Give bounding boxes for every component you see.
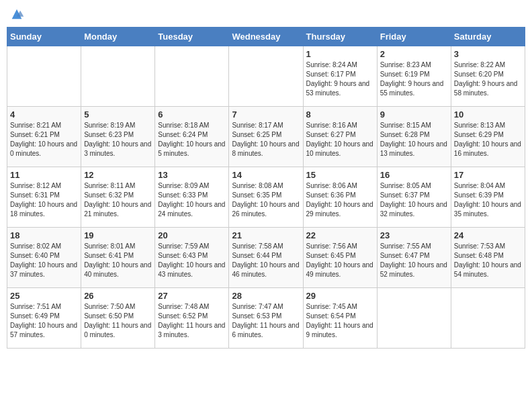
day-number: 10 (454, 109, 522, 120)
day-info: Sunrise: 8:12 AM Sunset: 6:31 PM Dayligh… (10, 181, 78, 219)
day-info: Sunrise: 8:05 AM Sunset: 6:37 PM Dayligh… (380, 181, 448, 219)
day-info: Sunrise: 8:15 AM Sunset: 6:28 PM Dayligh… (380, 121, 448, 158)
calendar-cell (377, 288, 451, 349)
calendar-cell: 13Sunrise: 8:09 AM Sunset: 6:33 PM Dayli… (155, 167, 229, 228)
logo-icon (9, 7, 24, 21)
day-info: Sunrise: 8:22 AM Sunset: 6:20 PM Dayligh… (454, 60, 522, 98)
calendar-cell: 14Sunrise: 8:08 AM Sunset: 6:35 PM Dayli… (229, 167, 303, 228)
day-info: Sunrise: 8:02 AM Sunset: 6:40 PM Dayligh… (10, 242, 78, 279)
calendar-cell (81, 46, 155, 107)
weekday-header-friday: Friday (377, 28, 451, 46)
calendar-cell: 15Sunrise: 8:06 AM Sunset: 6:36 PM Dayli… (303, 167, 377, 228)
calendar-cell (7, 46, 81, 107)
calendar-cell: 6Sunrise: 8:18 AM Sunset: 6:24 PM Daylig… (155, 107, 229, 167)
day-number: 24 (454, 230, 522, 240)
day-info: Sunrise: 8:06 AM Sunset: 6:36 PM Dayligh… (306, 181, 374, 219)
day-number: 1 (306, 49, 374, 59)
day-number: 13 (158, 170, 226, 180)
calendar-cell: 16Sunrise: 8:05 AM Sunset: 6:37 PM Dayli… (377, 167, 451, 228)
week-row-2: 4Sunrise: 8:21 AM Sunset: 6:21 PM Daylig… (7, 107, 525, 167)
day-info: Sunrise: 7:58 AM Sunset: 6:44 PM Dayligh… (232, 242, 300, 279)
calendar-cell: 12Sunrise: 8:11 AM Sunset: 6:32 PM Dayli… (81, 167, 155, 228)
calendar-cell: 1Sunrise: 8:24 AM Sunset: 6:17 PM Daylig… (303, 46, 377, 107)
day-number: 20 (158, 230, 226, 240)
calendar-cell: 3Sunrise: 8:22 AM Sunset: 6:20 PM Daylig… (451, 46, 525, 107)
day-info: Sunrise: 8:16 AM Sunset: 6:27 PM Dayligh… (306, 121, 374, 158)
day-number: 29 (306, 291, 374, 301)
day-number: 7 (232, 109, 300, 120)
calendar-cell: 28Sunrise: 7:47 AM Sunset: 6:53 PM Dayli… (229, 288, 303, 349)
calendar-cell: 29Sunrise: 7:45 AM Sunset: 6:54 PM Dayli… (303, 288, 377, 349)
day-number: 23 (380, 230, 448, 240)
day-number: 26 (84, 291, 152, 301)
calendar-cell: 10Sunrise: 8:13 AM Sunset: 6:29 PM Dayli… (451, 107, 525, 167)
day-info: Sunrise: 8:11 AM Sunset: 6:32 PM Dayligh… (84, 181, 152, 219)
day-number: 15 (306, 170, 374, 180)
day-number: 11 (10, 170, 78, 180)
week-row-5: 25Sunrise: 7:51 AM Sunset: 6:49 PM Dayli… (7, 288, 525, 349)
day-info: Sunrise: 7:53 AM Sunset: 6:48 PM Dayligh… (454, 242, 522, 279)
calendar-cell: 24Sunrise: 7:53 AM Sunset: 6:48 PM Dayli… (451, 228, 525, 288)
calendar-cell: 8Sunrise: 8:16 AM Sunset: 6:27 PM Daylig… (303, 107, 377, 167)
day-info: Sunrise: 8:13 AM Sunset: 6:29 PM Dayligh… (454, 121, 522, 158)
day-info: Sunrise: 7:47 AM Sunset: 6:53 PM Dayligh… (232, 302, 300, 340)
calendar-cell: 27Sunrise: 7:48 AM Sunset: 6:52 PM Dayli… (155, 288, 229, 349)
day-info: Sunrise: 7:45 AM Sunset: 6:54 PM Dayligh… (306, 302, 374, 340)
day-info: Sunrise: 8:21 AM Sunset: 6:21 PM Dayligh… (10, 121, 78, 158)
day-info: Sunrise: 7:56 AM Sunset: 6:45 PM Dayligh… (306, 242, 374, 279)
calendar-table: SundayMondayTuesdayWednesdayThursdayFrid… (7, 27, 525, 349)
day-info: Sunrise: 8:01 AM Sunset: 6:41 PM Dayligh… (84, 242, 152, 279)
calendar-cell: 9Sunrise: 8:15 AM Sunset: 6:28 PM Daylig… (377, 107, 451, 167)
day-number: 25 (10, 291, 78, 301)
weekday-header-row: SundayMondayTuesdayWednesdayThursdayFrid… (7, 28, 525, 46)
day-info: Sunrise: 7:48 AM Sunset: 6:52 PM Dayligh… (158, 302, 226, 340)
weekday-header-tuesday: Tuesday (155, 28, 229, 46)
calendar-cell: 2Sunrise: 8:23 AM Sunset: 6:19 PM Daylig… (377, 46, 451, 107)
day-info: Sunrise: 8:23 AM Sunset: 6:19 PM Dayligh… (380, 60, 448, 98)
weekday-header-sunday: Sunday (7, 28, 81, 46)
calendar-cell: 21Sunrise: 7:58 AM Sunset: 6:44 PM Dayli… (229, 228, 303, 288)
calendar-cell: 22Sunrise: 7:56 AM Sunset: 6:45 PM Dayli… (303, 228, 377, 288)
weekday-header-wednesday: Wednesday (229, 28, 303, 46)
day-number: 18 (10, 230, 78, 240)
calendar-cell (451, 288, 525, 349)
calendar-cell: 17Sunrise: 8:04 AM Sunset: 6:39 PM Dayli… (451, 167, 525, 228)
day-info: Sunrise: 8:09 AM Sunset: 6:33 PM Dayligh… (158, 181, 226, 219)
day-number: 5 (84, 109, 152, 120)
day-info: Sunrise: 8:18 AM Sunset: 6:24 PM Dayligh… (158, 121, 226, 158)
day-info: Sunrise: 7:50 AM Sunset: 6:50 PM Dayligh… (84, 302, 152, 340)
day-number: 14 (232, 170, 300, 180)
day-info: Sunrise: 8:08 AM Sunset: 6:35 PM Dayligh… (232, 181, 300, 219)
calendar-cell: 19Sunrise: 8:01 AM Sunset: 6:41 PM Dayli… (81, 228, 155, 288)
calendar-cell: 11Sunrise: 8:12 AM Sunset: 6:31 PM Dayli… (7, 167, 81, 228)
weekday-header-saturday: Saturday (451, 28, 525, 46)
weekday-header-thursday: Thursday (303, 28, 377, 46)
calendar-cell: 25Sunrise: 7:51 AM Sunset: 6:49 PM Dayli… (7, 288, 81, 349)
calendar-header: SundayMondayTuesdayWednesdayThursdayFrid… (7, 28, 525, 46)
day-number: 19 (84, 230, 152, 240)
day-info: Sunrise: 7:59 AM Sunset: 6:43 PM Dayligh… (158, 242, 226, 279)
day-number: 17 (454, 170, 522, 180)
logo (7, 7, 24, 21)
day-info: Sunrise: 8:17 AM Sunset: 6:25 PM Dayligh… (232, 121, 300, 158)
day-number: 2 (380, 49, 448, 59)
day-number: 4 (10, 109, 78, 120)
day-info: Sunrise: 8:04 AM Sunset: 6:39 PM Dayligh… (454, 181, 522, 219)
calendar-cell: 7Sunrise: 8:17 AM Sunset: 6:25 PM Daylig… (229, 107, 303, 167)
day-number: 3 (454, 49, 522, 59)
day-info: Sunrise: 8:24 AM Sunset: 6:17 PM Dayligh… (306, 60, 374, 98)
day-number: 22 (306, 230, 374, 240)
day-number: 9 (380, 109, 448, 120)
calendar-cell: 4Sunrise: 8:21 AM Sunset: 6:21 PM Daylig… (7, 107, 81, 167)
day-info: Sunrise: 8:19 AM Sunset: 6:23 PM Dayligh… (84, 121, 152, 158)
week-row-1: 1Sunrise: 8:24 AM Sunset: 6:17 PM Daylig… (7, 46, 525, 107)
day-number: 21 (232, 230, 300, 240)
week-row-4: 18Sunrise: 8:02 AM Sunset: 6:40 PM Dayli… (7, 228, 525, 288)
day-number: 12 (84, 170, 152, 180)
day-number: 28 (232, 291, 300, 301)
day-number: 16 (380, 170, 448, 180)
calendar-cell: 5Sunrise: 8:19 AM Sunset: 6:23 PM Daylig… (81, 107, 155, 167)
calendar-cell: 18Sunrise: 8:02 AM Sunset: 6:40 PM Dayli… (7, 228, 81, 288)
day-info: Sunrise: 7:51 AM Sunset: 6:49 PM Dayligh… (10, 302, 78, 340)
week-row-3: 11Sunrise: 8:12 AM Sunset: 6:31 PM Dayli… (7, 167, 525, 228)
